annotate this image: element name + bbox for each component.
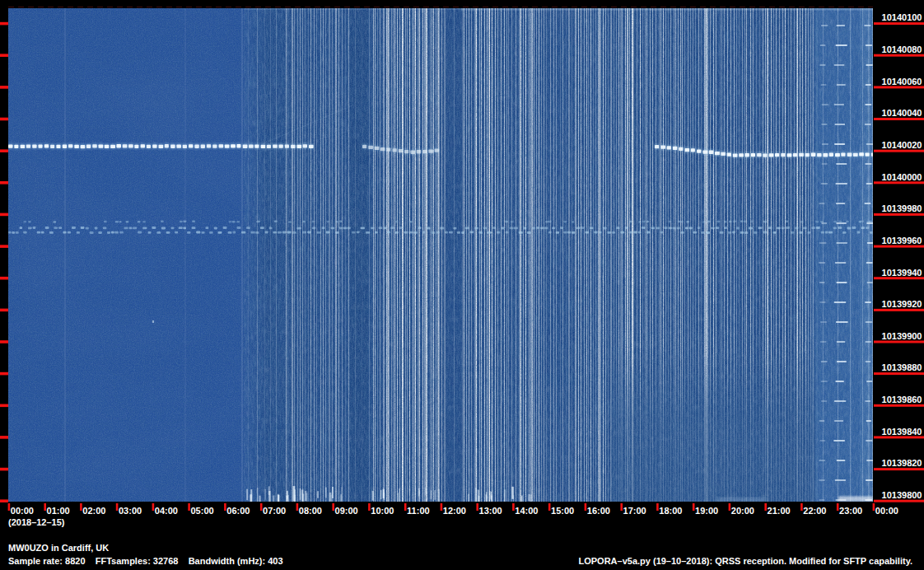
svg-text:10139940: 10139940 [882, 268, 922, 278]
svg-text:13:00: 13:00 [479, 506, 502, 516]
svg-text:20:00: 20:00 [731, 506, 754, 516]
svg-text:10140040: 10140040 [882, 108, 922, 118]
svg-text:10:00: 10:00 [371, 506, 394, 516]
svg-text:12:00: 12:00 [443, 506, 466, 516]
svg-text:10139880: 10139880 [882, 362, 922, 372]
svg-text:05:00: 05:00 [191, 506, 214, 516]
svg-text:10140080: 10140080 [882, 44, 922, 54]
svg-text:10140060: 10140060 [882, 77, 922, 86]
svg-text:21:00: 21:00 [768, 506, 791, 516]
svg-text:10139980: 10139980 [882, 203, 922, 213]
svg-text:10139800: 10139800 [882, 490, 922, 500]
svg-text:03:00: 03:00 [119, 506, 142, 516]
svg-text:15:00: 15:00 [551, 506, 574, 516]
svg-text:10139840: 10139840 [882, 427, 922, 437]
svg-text:10139920: 10139920 [882, 299, 922, 309]
svg-text:19:00: 19:00 [695, 506, 718, 516]
svg-text:07:00: 07:00 [263, 506, 286, 516]
svg-text:10139860: 10139860 [882, 395, 922, 404]
svg-text:16:00: 16:00 [587, 506, 610, 516]
svg-text:06:00: 06:00 [226, 506, 250, 516]
svg-text:00:00: 00:00 [11, 506, 34, 516]
svg-text:02:00: 02:00 [82, 506, 105, 516]
svg-text:01:00: 01:00 [47, 506, 70, 516]
svg-text:08:00: 08:00 [299, 506, 322, 516]
svg-text:10140020: 10140020 [882, 140, 922, 150]
svg-text:11:00: 11:00 [407, 506, 430, 516]
svg-text:23:00: 23:00 [839, 506, 862, 516]
svg-text:10140000: 10140000 [882, 172, 922, 182]
svg-text:04:00: 04:00 [155, 506, 178, 516]
svg-text:10140100: 10140100 [882, 12, 922, 22]
svg-text:09:00: 09:00 [335, 506, 358, 516]
svg-text:(2018–12–15): (2018–12–15) [8, 517, 65, 527]
svg-text:17:00: 17:00 [623, 506, 646, 516]
svg-text:00:00: 00:00 [875, 506, 898, 516]
svg-text:MW0UZO in Cardiff, UK: MW0UZO in Cardiff, UK [8, 543, 109, 553]
svg-text:22:00: 22:00 [803, 506, 826, 516]
svg-text:10139900: 10139900 [882, 331, 922, 341]
svg-text:LOPORA–v5a.py (19–10–2018): QR: LOPORA–v5a.py (19–10–2018): QRSS recepti… [579, 556, 913, 566]
svg-text:14:00: 14:00 [515, 506, 538, 516]
svg-text:10139820: 10139820 [882, 458, 922, 468]
svg-text:18:00: 18:00 [659, 506, 682, 516]
svg-text:Sample rate: 8820 FFTsample: Sample rate: 8820 FFTsamples: 32768 Band… [8, 556, 283, 566]
svg-text:10139960: 10139960 [882, 236, 922, 245]
